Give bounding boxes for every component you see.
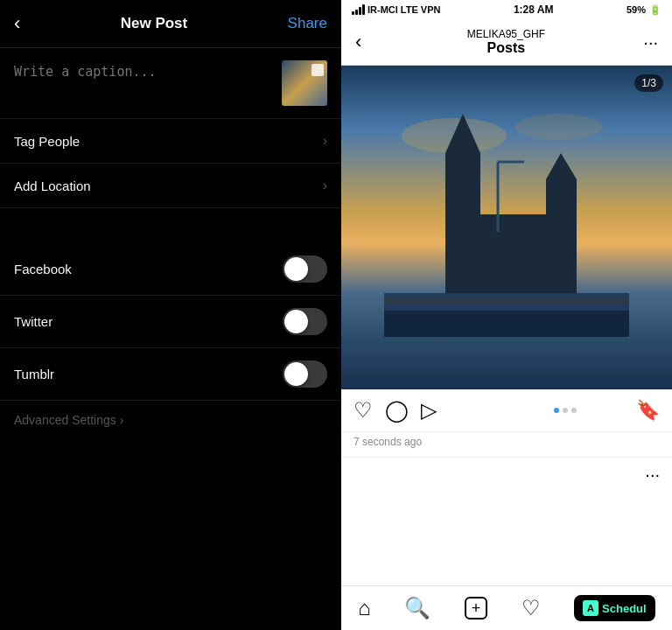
chevron-right-icon: › (323, 133, 327, 149)
heart-nav-button[interactable]: ♡ (522, 596, 541, 620)
tumblr-toggle-knob (284, 362, 308, 386)
tag-people-item[interactable]: Tag People › (0, 119, 341, 164)
status-right: 59% 🔋 (626, 4, 662, 16)
svg-rect-9 (384, 311, 629, 337)
svg-rect-10 (384, 298, 629, 304)
thumbnail-overlay (312, 64, 324, 76)
image-counter-badge: 1/3 (634, 74, 663, 92)
advanced-settings-label: Advanced Settings (14, 413, 116, 427)
tumblr-toggle[interactable] (283, 360, 327, 388)
more-options-button[interactable]: ··· (341, 457, 672, 492)
carousel-indicator (495, 408, 637, 413)
facebook-toggle-row: Facebook (0, 243, 341, 296)
schedule-label: Schedul (602, 602, 647, 615)
back-button[interactable]: ‹ (14, 12, 20, 35)
battery-icon: 🔋 (649, 4, 662, 16)
tag-people-label: Tag People (14, 134, 80, 149)
spacer (0, 208, 341, 226)
dot-3 (571, 408, 577, 413)
timestamp: 7 seconds ago (341, 432, 672, 457)
bottom-navigation: ⌂ 🔍 + ♡ A Schedul (341, 585, 672, 630)
signal-bar-3 (359, 7, 361, 15)
dot-2 (563, 408, 568, 413)
action-bar: ♡ ◯ ▷ 🔖 (341, 389, 672, 432)
share-button[interactable]: Share (288, 15, 327, 32)
caption-input[interactable] (14, 60, 282, 95)
like-button[interactable]: ♡ (354, 398, 373, 423)
signal-bar-4 (362, 4, 365, 15)
page-title: New Post (121, 15, 188, 32)
svg-rect-7 (480, 214, 546, 293)
header-info: MELIKA95_GHF Posts (368, 28, 643, 56)
caption-area (0, 48, 341, 119)
facebook-toggle[interactable] (283, 256, 327, 283)
posts-header: ‹ MELIKA95_GHF Posts ··· (341, 19, 672, 66)
advanced-settings-item[interactable]: Advanced Settings › (0, 401, 341, 439)
schedule-icon-letter: A (587, 603, 594, 613)
header-more-button[interactable]: ··· (643, 32, 658, 52)
twitter-label: Twitter (14, 314, 52, 329)
search-nav-button[interactable]: 🔍 (404, 596, 430, 620)
schedule-button[interactable]: A Schedul (574, 595, 655, 621)
time-label: 1:28 AM (514, 4, 554, 16)
tumblr-label: Tumblr (14, 367, 54, 382)
tumblr-toggle-row: Tumblr (0, 348, 341, 401)
carrier-label: IR-MCI (368, 4, 398, 15)
comment-button[interactable]: ◯ (385, 398, 409, 423)
svg-rect-2 (445, 153, 480, 293)
post-image-container: 1/3 (341, 66, 672, 389)
network-label: LTE (401, 4, 418, 15)
battery-label: 59% (626, 4, 646, 15)
svg-rect-5 (546, 179, 577, 293)
add-location-item[interactable]: Add Location › (0, 164, 341, 208)
instagram-posts-panel: IR-MCI LTE VPN 1:28 AM 59% 🔋 ‹ MELIKA95_… (341, 0, 672, 630)
bookmark-button[interactable]: 🔖 (636, 399, 660, 422)
svg-rect-4 (458, 136, 467, 153)
action-icons: ♡ ◯ ▷ (354, 398, 495, 423)
facebook-toggle-knob (284, 257, 308, 281)
thumbnail (282, 60, 327, 106)
signal-bars-icon (352, 4, 365, 15)
post-image (341, 66, 672, 389)
username-label: MELIKA95_GHF (368, 28, 643, 40)
share-button[interactable]: ▷ (421, 398, 437, 423)
dot-1 (554, 408, 559, 413)
signal-bar-2 (355, 10, 358, 15)
twitter-toggle[interactable] (283, 308, 327, 335)
advanced-chevron-icon: › (120, 413, 124, 427)
status-left: IR-MCI LTE VPN (352, 4, 440, 15)
vpn-label: VPN (421, 4, 441, 15)
add-post-button[interactable]: + (465, 597, 487, 620)
more-dots-icon: ··· (645, 465, 660, 485)
chevron-right-icon: › (323, 178, 327, 193)
twitter-toggle-knob (284, 310, 308, 333)
spacer2 (0, 226, 341, 243)
facebook-label: Facebook (14, 262, 72, 276)
twitter-toggle-row: Twitter (0, 296, 341, 348)
church-silhouette-icon (384, 109, 629, 337)
posts-title: Posts (368, 40, 643, 56)
new-post-header: ‹ New Post Share (0, 0, 341, 48)
new-post-panel: ‹ New Post Share Tag People › Add Locati… (0, 0, 341, 630)
home-nav-button[interactable]: ⌂ (358, 596, 371, 620)
signal-bar-1 (352, 11, 354, 15)
right-back-button[interactable]: ‹ (355, 31, 361, 53)
status-bar: IR-MCI LTE VPN 1:28 AM 59% 🔋 (341, 0, 672, 19)
svg-marker-6 (546, 153, 577, 179)
schedule-icon: A (583, 600, 598, 616)
plus-icon: + (472, 600, 481, 616)
svg-point-1 (515, 114, 603, 140)
add-location-label: Add Location (14, 178, 91, 193)
